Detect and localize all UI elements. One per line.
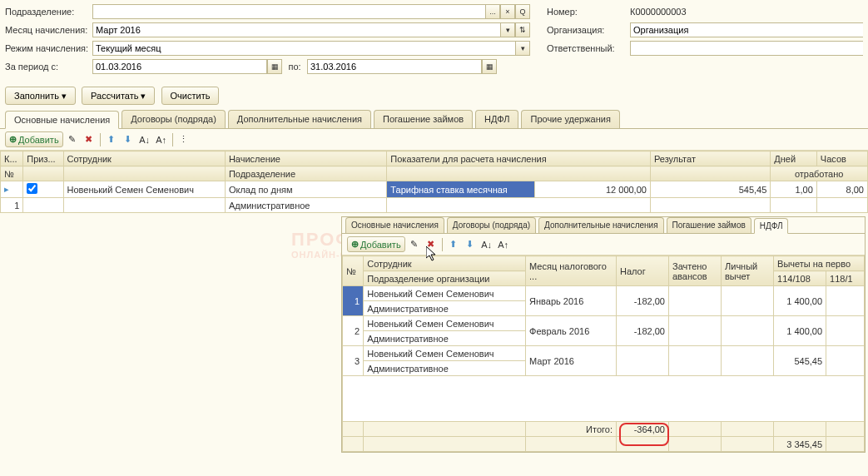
ncell-vychet[interactable]: 545,45 <box>774 346 826 376</box>
cell-rezultat[interactable]: 545,45 <box>650 181 770 198</box>
zapolnit-button[interactable]: Заполнить ▾ <box>5 87 76 105</box>
ncol-mesyac[interactable]: Месяц налогового ... <box>526 256 617 286</box>
col-rezultat[interactable]: Результат <box>650 151 770 166</box>
tab-pogashenie[interactable]: Погашение займов <box>374 110 473 128</box>
dropdown-button[interactable]: ▾ <box>515 41 530 56</box>
col-chasov[interactable]: Часов <box>816 151 867 166</box>
calendar-icon[interactable]: ▦ <box>482 59 497 74</box>
ncol-114[interactable]: 114/108 <box>774 271 826 286</box>
table-row[interactable]: 1 Новенький Семен Семенович Январь 2016 … <box>343 286 865 301</box>
up-icon[interactable]: ⬆ <box>446 237 461 252</box>
ncell-zachteno[interactable] <box>668 316 721 346</box>
col-dney[interactable]: Дней <box>771 151 817 166</box>
ncell-nalog[interactable]: -182,00 <box>616 286 668 316</box>
dots-button[interactable]: ... <box>485 4 500 19</box>
down-icon[interactable]: ⬇ <box>121 132 136 147</box>
clear-button[interactable]: × <box>500 4 515 19</box>
ncell-lichnyy[interactable] <box>722 316 774 346</box>
down-icon[interactable]: ⬇ <box>463 237 478 252</box>
cell-nachislenie[interactable]: Оклад по дням <box>225 181 386 198</box>
tab-osnovnye[interactable]: Основные начисления <box>5 111 119 129</box>
cell-pokazatel-value[interactable]: 12 000,00 <box>535 181 651 198</box>
sort-desc-icon[interactable]: A↑ <box>154 132 169 147</box>
col-otrabotano[interactable]: отработано <box>771 166 868 181</box>
table-row[interactable]: 1 Административное <box>1 198 868 213</box>
table-row[interactable]: 2 Новенький Семен Семенович Февраль 2016… <box>343 316 865 331</box>
ncell-nalog[interactable] <box>616 346 668 376</box>
cell-podrazdelenie[interactable]: Административное <box>225 198 386 213</box>
period-po-input[interactable] <box>307 59 482 74</box>
ncell-vychet[interactable]: 1 400,00 <box>774 316 826 346</box>
ncell-lichnyy[interactable] <box>722 286 774 316</box>
calendar-icon[interactable]: ▦ <box>267 59 282 74</box>
period-s-input[interactable] <box>92 59 267 74</box>
delete-icon[interactable]: ✖ <box>82 132 97 147</box>
org-input[interactable] <box>630 22 863 37</box>
ntab-dopolnit[interactable]: Дополнительные начисления <box>538 217 664 233</box>
ncol-zachteno[interactable]: Зачтено авансов <box>668 256 721 286</box>
sort-asc-icon[interactable]: A↓ <box>479 237 494 252</box>
cell-sotrudnik[interactable]: Новенький Семен Семенович <box>63 181 225 198</box>
ncell-podraz[interactable]: Административное <box>364 331 526 346</box>
ncell-podraz[interactable]: Административное <box>364 361 526 376</box>
ncell-zachteno[interactable] <box>668 346 721 376</box>
up-icon[interactable]: ⬆ <box>104 132 119 147</box>
sort-asc-icon[interactable]: A↓ <box>137 132 152 147</box>
ncell-zachteno[interactable] <box>668 286 721 316</box>
ncell-mesyac[interactable]: Январь 2016 <box>526 286 617 316</box>
cell-chasov[interactable]: 8,00 <box>816 181 867 198</box>
ncell-sotrudnik[interactable]: Новенький Семен Семенович <box>364 346 526 361</box>
misc-icon[interactable]: ⋮ <box>176 132 191 147</box>
cell-dney[interactable]: 1,00 <box>771 181 817 198</box>
ncol-lichnyy[interactable]: Личный вычет <box>722 256 774 286</box>
ncol-118[interactable]: 118/1 <box>826 271 865 286</box>
tab-ndfl[interactable]: НДФЛ <box>475 110 518 128</box>
ntab-pogashenie[interactable]: Погашение займов <box>667 217 751 233</box>
ncell-nalog[interactable]: -182,00 <box>616 316 668 346</box>
ntab-osnovnye[interactable]: Основные начисления <box>345 217 444 233</box>
table-row[interactable]: ▸ Новенький Семен Семенович Оклад по дня… <box>1 181 868 198</box>
rasschitat-button[interactable]: Рассчитать ▾ <box>82 87 155 105</box>
tab-dogovory[interactable]: Договоры (подряда) <box>122 110 226 128</box>
col-nachislenie[interactable]: Начисление <box>225 151 386 166</box>
col-sotrudnik[interactable]: Сотрудник <box>63 151 225 166</box>
edit-icon[interactable]: ✎ <box>407 237 422 252</box>
col-podrazdelenie[interactable]: Подразделение <box>225 166 386 181</box>
otv-input[interactable] <box>630 41 863 56</box>
ncell-vychet[interactable]: 1 400,00 <box>774 286 826 316</box>
cell-pokazatel-label[interactable]: Тарифная ставка месячная <box>387 181 535 198</box>
col-priz[interactable]: Приз... <box>23 151 63 166</box>
dropdown-button[interactable]: ▾ <box>500 22 515 37</box>
ncol-sotrudnik[interactable]: Сотрудник <box>364 256 526 271</box>
stepper-button[interactable]: ⇅ <box>515 22 530 37</box>
delete-icon[interactable]: ✖ <box>424 237 439 252</box>
ncol-nalog[interactable]: Налог <box>616 256 668 286</box>
ncol-vychety[interactable]: Вычеты на перво <box>774 256 865 271</box>
col-pokazateli[interactable]: Показатели для расчета начисления <box>387 151 651 166</box>
ncol-podraz-org[interactable]: Подразделение организации <box>364 271 526 286</box>
tab-dopolnit[interactable]: Дополнительные начисления <box>228 110 371 128</box>
edit-icon[interactable]: ✎ <box>65 132 80 147</box>
ncell-sotrudnik[interactable]: Новенький Семен Семенович <box>364 286 526 301</box>
ncell-mesyac[interactable]: Февраль 2016 <box>526 316 617 346</box>
ochistit-button[interactable]: Очистить <box>161 87 220 105</box>
mesyac-input[interactable] <box>92 22 500 37</box>
ncell-podraz[interactable]: Административное <box>364 301 526 316</box>
col-k[interactable]: К... <box>1 151 23 166</box>
podrazdelenie-input[interactable] <box>92 4 485 19</box>
nested-add-button[interactable]: ⊕Добавить <box>347 236 405 252</box>
add-button[interactable]: ⊕Добавить <box>5 131 63 147</box>
col-no[interactable]: № <box>1 166 23 181</box>
tab-prochie[interactable]: Прочие удержания <box>521 110 619 128</box>
ntab-ndfl[interactable]: НДФЛ <box>754 218 789 234</box>
ntab-dogovory[interactable]: Договоры (подряда) <box>447 217 536 233</box>
table-row[interactable]: 3 Новенький Семен Семенович Март 2016 54… <box>343 346 865 361</box>
ncell-lichnyy[interactable] <box>722 346 774 376</box>
sort-desc-icon[interactable]: A↑ <box>496 237 511 252</box>
row-checkbox[interactable] <box>27 183 37 194</box>
rezhim-input[interactable] <box>92 41 515 56</box>
ncol-no[interactable]: № <box>343 256 364 286</box>
search-button[interactable]: Q <box>515 4 530 19</box>
ncell-mesyac[interactable]: Март 2016 <box>526 346 617 376</box>
ncell-sotrudnik[interactable]: Новенький Семен Семенович <box>364 316 526 331</box>
